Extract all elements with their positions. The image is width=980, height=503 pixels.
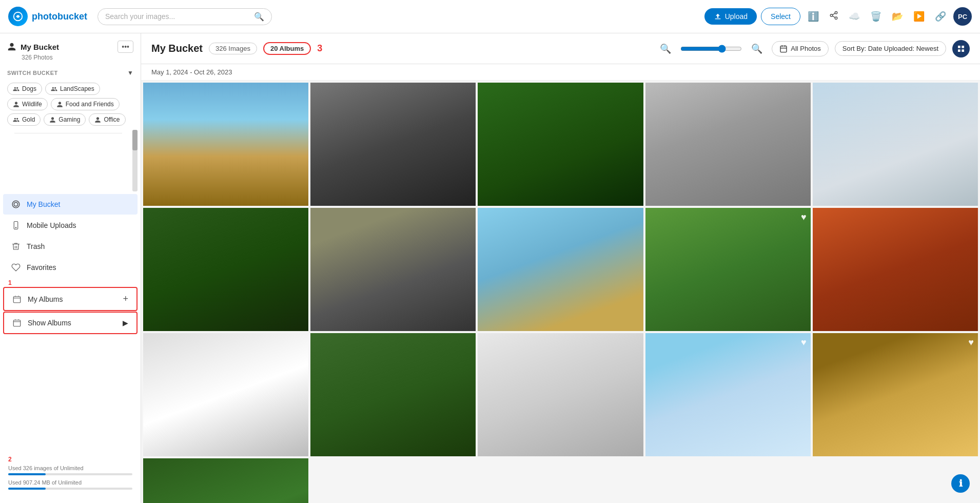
select-button[interactable]: Select — [761, 8, 800, 25]
photo-cell[interactable] — [143, 458, 308, 503]
logo-icon — [8, 7, 28, 26]
photo-cell[interactable] — [143, 83, 308, 206]
switch-bucket-label: SWITCH BUCKET — [7, 70, 58, 76]
zoom-slider — [680, 45, 742, 53]
search-zoom-icon[interactable]: 🔍 — [657, 41, 674, 56]
zoom-range-input[interactable] — [680, 45, 742, 53]
app-header: photobucket 🔍 Upload Select ℹ️ ☁️ 🗑️ 📂 ▶… — [0, 0, 980, 33]
sidebar-item-my-albums[interactable]: My Albums+ — [3, 287, 138, 311]
bucket-options-button[interactable]: ••• — [117, 41, 133, 53]
bucket-tag-dogs[interactable]: Dogs — [7, 83, 42, 95]
add-album-button[interactable]: + — [123, 294, 128, 304]
all-photos-button[interactable]: All Photos — [772, 41, 829, 56]
show-albums-chevron: ▶ — [123, 319, 128, 327]
switch-bucket-caret: ▼ — [127, 69, 133, 76]
link-icon-button[interactable]: 🔗 — [932, 9, 949, 24]
svg-line-6 — [832, 13, 835, 14]
sidebar-item-favorites[interactable]: Favorites — [3, 257, 138, 278]
search-submit-button[interactable]: 🔍 — [254, 12, 264, 22]
storage-text-1: Used 326 images of Unlimited — [8, 465, 132, 471]
sort-button[interactable]: Sort By: Date Uploaded: Newest — [835, 41, 946, 56]
grid-view-button[interactable] — [952, 40, 970, 57]
photo-cell[interactable] — [478, 333, 643, 456]
red-number-1: 1 — [0, 278, 141, 286]
photo-cell[interactable] — [478, 83, 643, 206]
svg-point-4 — [835, 17, 837, 20]
sidebar: My Bucket ••• 326 Photos SWITCH BUCKET ▼… — [0, 33, 141, 503]
info-icon-button[interactable]: ℹ️ — [805, 9, 822, 24]
logo-text: photobucket — [32, 11, 87, 22]
cloud-icon-button[interactable]: ☁️ — [846, 9, 863, 24]
sidebar-footer: 2 Used 326 images of Unlimited Used 907.… — [0, 449, 141, 495]
header-actions: Upload Select ℹ️ ☁️ 🗑️ 📂 ▶️ 🔗 PC — [704, 7, 972, 26]
svg-rect-16 — [962, 46, 964, 48]
upload-button[interactable]: Upload — [704, 8, 757, 25]
svg-rect-1 — [715, 18, 720, 19]
photo-cell[interactable] — [813, 208, 978, 331]
sidebar-nav: My BucketMobile UploadsTrashFavorites1My… — [0, 191, 141, 337]
bucket-count: 326 Photos — [7, 54, 133, 61]
heart-icon[interactable]: ♥ — [801, 337, 807, 348]
svg-rect-10 — [13, 320, 21, 326]
main-content: My Bucket 326 Images 20 Albums 3 🔍 🔍 All… — [141, 33, 980, 503]
folder-icon-button[interactable]: 📂 — [889, 9, 906, 24]
bucket-tag-food-and-friends[interactable]: Food and Friends — [51, 98, 120, 110]
photo-cell[interactable]: ♥ — [813, 333, 978, 456]
search-input[interactable] — [105, 12, 250, 21]
logo[interactable]: photobucket — [8, 7, 87, 26]
red-number-3: 3 — [317, 43, 322, 54]
bucket-tags: DogsLandScapesWildlifeFood and FriendsGo… — [0, 81, 141, 130]
heart-icon[interactable]: ♥ — [801, 212, 807, 223]
my-bucket-header: My Bucket ••• — [7, 41, 133, 53]
main-layout: My Bucket ••• 326 Photos SWITCH BUCKET ▼… — [0, 33, 980, 503]
photo-cell[interactable] — [813, 83, 978, 206]
photo-cell[interactable] — [478, 208, 643, 331]
images-badge[interactable]: 326 Images — [209, 43, 257, 54]
sidebar-item-mobile-uploads[interactable]: Mobile Uploads — [3, 215, 138, 236]
date-range: May 1, 2024 - Oct 26, 2023 — [141, 64, 980, 81]
bucket-tag-gold[interactable]: Gold — [7, 113, 41, 126]
photo-cell[interactable] — [310, 83, 476, 206]
albums-badge[interactable]: 20 Albums — [263, 42, 311, 55]
bucket-tag-landscapes[interactable]: LandScapes — [45, 83, 100, 95]
svg-rect-9 — [13, 296, 21, 302]
info-float-button[interactable]: ℹ — [951, 474, 970, 493]
main-toolbar: My Bucket 326 Images 20 Albums 3 🔍 🔍 All… — [141, 33, 980, 64]
photo-cell[interactable] — [310, 208, 476, 331]
photo-cell[interactable]: ♥ — [645, 208, 811, 331]
avatar[interactable]: PC — [953, 7, 972, 26]
svg-rect-17 — [958, 49, 961, 52]
red-number-2: 2 — [8, 456, 132, 463]
photo-cell[interactable]: ♥ — [645, 333, 811, 456]
svg-rect-11 — [780, 46, 787, 52]
storage-text-2: Used 907.24 MB of Unlimited — [8, 479, 132, 486]
bucket-tag-wildlife[interactable]: Wildlife — [7, 98, 48, 110]
photo-cell[interactable] — [310, 333, 476, 456]
svg-point-3 — [830, 14, 833, 16]
sidebar-item-my-bucket[interactable]: My Bucket — [3, 194, 138, 215]
svg-rect-18 — [962, 49, 964, 52]
my-bucket-title: My Bucket — [7, 42, 59, 51]
bucket-tag-office[interactable]: Office — [89, 113, 125, 126]
heart-icon[interactable]: ♥ — [968, 337, 974, 348]
photo-grid: ♥♥♥ — [141, 81, 980, 503]
sidebar-item-trash[interactable]: Trash — [3, 236, 138, 257]
play-icon-button[interactable]: ▶️ — [910, 9, 928, 24]
search-bar: 🔍 — [97, 8, 272, 25]
delete-icon-button[interactable]: 🗑️ — [867, 9, 885, 24]
zoom-out-icon[interactable]: 🔍 — [748, 41, 766, 56]
switch-bucket[interactable]: SWITCH BUCKET ▼ — [0, 65, 141, 81]
sidebar-top: My Bucket ••• 326 Photos — [0, 33, 141, 65]
sidebar-item-show-albums[interactable]: Show Albums▶ — [3, 312, 138, 334]
main-bucket-name: My Bucket — [151, 43, 203, 54]
photo-cell[interactable] — [143, 208, 308, 331]
photo-cell[interactable] — [143, 333, 308, 456]
svg-line-5 — [832, 16, 835, 17]
share-icon-button[interactable] — [826, 9, 841, 25]
bucket-tag-gaming[interactable]: Gaming — [44, 113, 86, 126]
svg-rect-15 — [958, 46, 961, 48]
svg-point-2 — [835, 11, 837, 14]
svg-point-8 — [15, 227, 16, 228]
photo-cell[interactable] — [645, 83, 811, 206]
